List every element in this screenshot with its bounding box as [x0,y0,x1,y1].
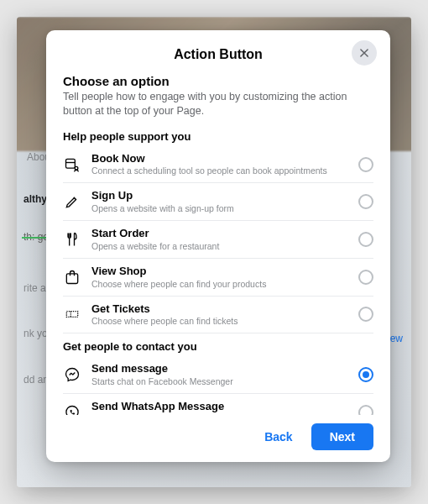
utensils-icon [63,230,81,249]
close-button[interactable] [352,40,377,66]
back-button[interactable]: Back [253,423,304,450]
radio-send-message[interactable] [358,367,373,382]
option-desc: Starts chat on Facebook Messenger [91,376,348,387]
action-button-modal: Action Button Choose an option Tell peop… [46,30,390,462]
svg-rect-0 [66,159,76,168]
modal-footer: Back Next [63,415,373,450]
radio-sign-up[interactable] [358,194,373,209]
radio-start-order[interactable] [358,232,373,247]
bg-text: althy [23,193,47,205]
option-title: Start Order [91,227,348,240]
messenger-icon [63,365,81,384]
modal-header: Action Button [63,42,373,74]
pencil-icon [63,192,81,211]
option-view-shop[interactable]: View Shop Choose where people can find y… [63,259,373,297]
option-title: View Shop [91,265,348,278]
option-sign-up[interactable]: Sign Up Opens a website with a sign-up f… [63,183,373,221]
option-desc: Connect a scheduling tool so people can … [91,165,348,176]
section-heading: Choose an option [63,74,373,88]
ticket-icon [63,305,81,323]
option-desc: Opens a website for a restaurant [91,241,348,252]
group-label-contact: Get people to contact you [63,340,373,353]
section-subtitle: Tell people how to engage with you by cu… [63,90,373,118]
radio-book-now[interactable] [358,157,373,172]
group-label-support: Help people support you [63,130,373,143]
shopping-bag-icon [63,268,81,286]
bg-text: rite a [23,282,46,294]
option-title: Book Now [91,152,348,165]
close-icon [358,47,370,59]
calendar-user-icon [63,155,81,174]
svg-rect-2 [66,274,77,284]
option-get-tickets[interactable]: Get Tickets Choose where people can find… [63,297,373,334]
option-title: Sign Up [91,189,348,202]
option-send-message[interactable]: Send message Starts chat on Facebook Mes… [63,356,373,394]
option-title: Send message [91,362,348,375]
modal-title: Action Button [174,47,263,62]
radio-view-shop[interactable] [358,270,373,285]
option-title: Get Tickets [91,302,348,316]
option-desc: Choose where people can find tickets [91,316,348,327]
options-list: Help people support you Book Now Connect… [63,127,373,415]
option-book-now[interactable]: Book Now Connect a scheduling tool so pe… [63,146,373,184]
svg-point-1 [75,166,78,170]
radio-whatsapp[interactable] [358,405,373,415]
option-desc: Opens a website with a sign-up form [91,203,348,214]
option-start-order[interactable]: Start Order Opens a website for a restau… [63,221,373,259]
next-button[interactable]: Next [311,423,373,450]
bg-text: dd an [23,374,49,386]
whatsapp-icon [63,403,81,415]
option-desc: Choose where people can find your produc… [91,279,348,290]
radio-get-tickets[interactable] [358,307,373,322]
option-title: Send WhatsApp Message [91,400,348,413]
option-whatsapp[interactable]: Send WhatsApp Message Starts chat throug… [63,394,373,415]
